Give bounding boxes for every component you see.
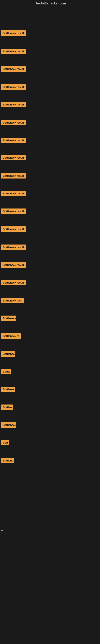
bottleneck-result-badge[interactable]: Bottleneck	[1, 316, 16, 321]
bottleneck-row-14: Bottleneck result	[0, 262, 26, 270]
bottleneck-row-20: Bottle	[0, 369, 11, 377]
bottleneck-row-10: Bottleneck result	[0, 191, 26, 199]
bottleneck-row-13: Bottleneck result	[0, 244, 26, 253]
bottleneck-row-8: Bottleneck result	[0, 155, 26, 163]
bottleneck-result-badge[interactable]: Bottleneck result	[1, 138, 26, 143]
bottleneck-result-badge[interactable]: Bottleneck result	[1, 226, 26, 232]
bottleneck-result-badge[interactable]: Bottleneck result	[1, 155, 26, 160]
site-title: TheBottlenecker.com	[0, 0, 100, 8]
small-char: 0	[0, 529, 2, 532]
bottleneck-row-23: Bottleneck	[0, 422, 16, 430]
text-cursor	[1, 476, 1, 480]
bottleneck-row-16: Bottleneck resu	[0, 298, 24, 306]
bottleneck-result-badge[interactable]: Bottlen	[1, 404, 13, 410]
bottleneck-result-badge[interactable]: Bottlenec	[1, 386, 15, 392]
bottleneck-row-11: Bottleneck result	[0, 208, 26, 217]
bottleneck-row-24: Bott	[0, 440, 9, 448]
bottleneck-result-badge[interactable]: Bottleneck result	[1, 30, 26, 36]
bottleneck-row-3: Bottleneck result	[0, 66, 26, 74]
bottleneck-result-badge[interactable]: Bottlene	[1, 458, 14, 463]
bottleneck-row-15: Bottleneck result	[0, 280, 26, 288]
bottleneck-result-badge[interactable]: Bottleneck result	[1, 120, 26, 126]
bottleneck-row-19: Bottlenec	[0, 351, 15, 360]
bottleneck-row-6: Bottleneck result	[0, 120, 26, 128]
bottleneck-row-25: Bottlene	[0, 458, 14, 466]
bottleneck-row-12: Bottleneck result	[0, 226, 26, 235]
bottleneck-result-badge[interactable]: Bottleneck result	[1, 208, 26, 214]
bottleneck-row-5: Bottleneck result	[0, 102, 26, 110]
bottleneck-result-badge[interactable]: Bottleneck result	[1, 102, 26, 107]
bottleneck-row-18: Bottleneck re	[0, 333, 21, 342]
bottleneck-result-badge[interactable]: Bottleneck re	[1, 333, 21, 339]
bottleneck-result-badge[interactable]: Bottleneck result	[1, 66, 26, 72]
bottleneck-row-7: Bottleneck result	[0, 138, 26, 146]
bottleneck-row-21: Bottlenec	[0, 386, 15, 395]
bottleneck-row-9: Bottleneck result	[0, 173, 26, 181]
bottleneck-result-badge[interactable]: Bottleneck result	[1, 262, 26, 268]
bottleneck-result-badge[interactable]: Bottleneck result	[1, 49, 26, 54]
bottleneck-row-4: Bottleneck result	[0, 84, 26, 92]
bottleneck-row-22: Bottlen	[0, 404, 13, 413]
bottleneck-result-badge[interactable]: Bottleneck result	[1, 191, 26, 196]
bottleneck-result-badge[interactable]: Bottle	[1, 369, 11, 374]
bottleneck-result-badge[interactable]: Bottleneck result	[1, 173, 26, 178]
bottleneck-result-badge[interactable]: Bottleneck result	[1, 244, 26, 250]
bottleneck-result-badge[interactable]: Bott	[1, 440, 9, 445]
bottleneck-row-17: Bottleneck	[0, 316, 16, 324]
bottleneck-result-badge[interactable]: Bottleneck result	[1, 280, 26, 285]
bottleneck-result-badge[interactable]: Bottleneck	[1, 422, 16, 428]
bottleneck-result-badge[interactable]: Bottleneck resu	[1, 298, 24, 303]
bottleneck-result-badge[interactable]: Bottlenec	[1, 351, 15, 356]
bottleneck-result-badge[interactable]: Bottleneck result	[1, 84, 26, 90]
bottleneck-row-2: Bottleneck result	[0, 49, 26, 57]
bottleneck-row-1: Bottleneck result	[0, 30, 26, 39]
